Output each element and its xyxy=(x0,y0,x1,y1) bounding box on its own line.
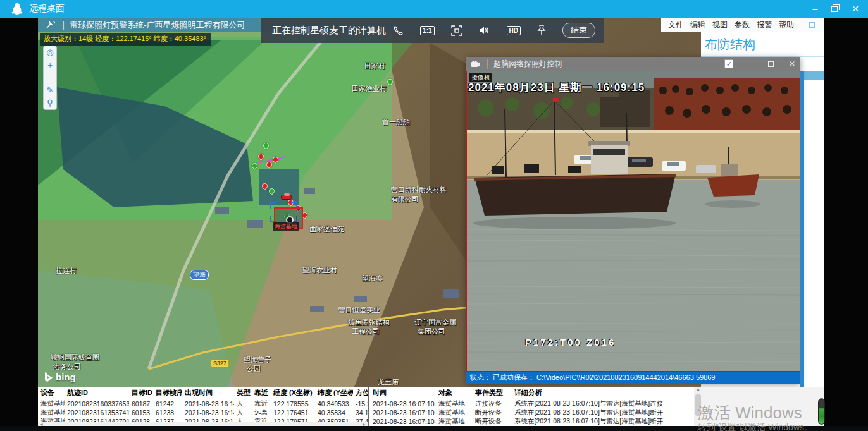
table-cell: 2021-08-23 16:14:50 xyxy=(182,408,234,417)
table-row[interactable]: 海蜇基地2021082316135374105260153612382021-0… xyxy=(38,408,369,417)
map-place-label: 曲家堡佳苑 xyxy=(309,224,344,234)
column-header[interactable]: 纬度 (Y坐标) xyxy=(315,387,353,399)
activate-windows-watermark: 激活 Windows xyxy=(698,402,802,424)
column-header[interactable]: 靠近 xyxy=(252,387,271,399)
drop-pin-icon[interactable]: ⚲ xyxy=(45,99,55,107)
table-cell: 2021-08-23 16:07:10 xyxy=(370,408,436,417)
ratio-1-1-icon[interactable]: 1:1 xyxy=(420,26,434,35)
column-header[interactable]: 类型 xyxy=(234,387,252,399)
map-place-label: 望海营子 xyxy=(244,355,271,365)
menu-item-0[interactable]: 文件 xyxy=(668,20,683,30)
table-cell: 海蜇基地 xyxy=(38,399,65,409)
column-header[interactable]: 对象 xyxy=(436,387,473,399)
camera-titlebar-separator: | xyxy=(486,58,488,70)
camera-titlebar[interactable]: | 超脑网络探照灯控制 ✓ – ✕ xyxy=(466,57,800,71)
camera-status-bar: 状态： 已成功保存： C:\Video\PIC\\R02\20210823160… xyxy=(466,372,800,384)
town-badge: 望海 xyxy=(190,270,209,280)
column-header[interactable]: 方位角 xyxy=(353,387,369,399)
track-table[interactable]: 设备航迹ID目标ID目标帧序号出现时间类型靠近经度 (X坐标)纬度 (Y坐标)方… xyxy=(38,387,369,426)
menu-item-2[interactable]: 视图 xyxy=(712,20,728,30)
table-cell: 2021-08-23 16:07:10 xyxy=(370,417,436,426)
column-header[interactable]: 经度 (X坐标) xyxy=(271,387,315,399)
table-cell: 122.176451 xyxy=(271,408,315,417)
map-place-label: 望海寨 xyxy=(362,274,383,283)
map-place-label: 鲅鱼圈钢结构 xyxy=(348,318,390,327)
pin-icon[interactable] xyxy=(537,25,546,36)
panel-scrollbar[interactable] xyxy=(800,71,804,387)
table-cell: 系统在[2021-08-23 16:07:10]与雷达[海蜇基地]断开 xyxy=(512,417,694,426)
table-cell: 20210823160337653039 xyxy=(65,399,129,409)
menu-item-1[interactable]: 编辑 xyxy=(690,20,705,30)
map-place-label: 田家渔业村 xyxy=(352,84,387,94)
table-splitter[interactable] xyxy=(368,387,369,427)
column-header[interactable]: 目标ID xyxy=(129,387,153,399)
scroll-up-icon[interactable]: ▲ xyxy=(694,387,702,391)
zoom-in-icon[interactable]: ＋ xyxy=(45,61,55,70)
hd-icon[interactable]: HD xyxy=(507,26,521,35)
zoom-out-icon[interactable]: － xyxy=(45,73,55,82)
map-place-label: 首一船舶 xyxy=(382,118,410,127)
table-cell: 断开设备 xyxy=(473,417,512,426)
table-cell: 2021-08-23 16:07:10 xyxy=(370,399,436,409)
data-tables-area: 设备航迹ID目标ID目标帧序号出现时间类型靠近经度 (X坐标)纬度 (Y坐标)方… xyxy=(38,387,702,427)
camera-restore-icon[interactable] xyxy=(768,61,774,67)
column-header[interactable]: 时间 xyxy=(370,387,436,399)
table-cell: 60153 xyxy=(129,408,153,417)
fullscreen-icon[interactable] xyxy=(451,25,462,36)
column-header[interactable]: 事件类型 xyxy=(473,387,512,399)
table-cell: 远离 xyxy=(252,408,271,417)
table-cell: 人 xyxy=(234,399,252,409)
volume-icon[interactable] xyxy=(479,25,490,35)
desktop-restore-icon[interactable] xyxy=(831,6,838,12)
camera-icon xyxy=(471,61,481,68)
app-minimize-icon[interactable]: – xyxy=(794,20,798,29)
panel-title: 布防结构 xyxy=(701,32,824,57)
map-toolbar: ◎ ＋ － ✎ ⚲ xyxy=(43,46,57,110)
locate-icon[interactable]: ◎ xyxy=(45,48,55,57)
end-session-button[interactable]: 结束 xyxy=(562,23,595,38)
app-restore-icon[interactable] xyxy=(809,22,815,28)
camera-video-feed[interactable]: 摄像机 2021年08月23日 星期一 16:09:15 P172:T00 Z0… xyxy=(466,71,800,372)
column-header[interactable]: 出现时间 xyxy=(182,387,234,399)
table-row[interactable]: 2021-08-23 16:07:10海蜇基地断开设备系统在[2021-08-2… xyxy=(370,408,694,417)
column-header[interactable]: 航迹ID xyxy=(65,387,129,399)
measure-icon[interactable]: ✎ xyxy=(45,86,55,95)
connection-signal-indicator xyxy=(818,398,825,425)
table-cell: 40.35834 xyxy=(315,408,353,417)
remote-status-text: 正在控制星硕麦工的计算机 xyxy=(272,25,386,37)
camera-checkbox[interactable]: ✓ xyxy=(724,59,733,68)
satellite-icon xyxy=(44,20,57,30)
desktop-close-icon[interactable]: ✕ xyxy=(852,4,859,14)
menu-item-4[interactable]: 报警 xyxy=(757,20,772,30)
table-row[interactable]: 2021-08-23 16:07:10海蜇基地断开设备系统在[2021-08-2… xyxy=(370,417,694,426)
camera-minimize-icon[interactable]: – xyxy=(748,59,753,68)
table-row[interactable]: 海蜇基地2021082316033765303960187612422021-0… xyxy=(38,399,369,409)
remote-desktop-titlebar[interactable]: 远程桌面 – ✕ xyxy=(0,0,868,18)
table-row[interactable]: 2021-08-23 16:07:10海蜇基地连接设备系统在[2021-08-2… xyxy=(370,399,694,409)
harbor-scene xyxy=(467,71,800,372)
desktop-minimize-icon[interactable]: – xyxy=(812,4,817,14)
table-cell: 60187 xyxy=(129,399,153,409)
table-cell: 20210823161353741052 xyxy=(65,408,129,417)
table-cell: 海蜇基地 xyxy=(38,408,65,417)
table-cell: 海蜇基地 xyxy=(436,408,473,417)
map-place-label: 龙王庙 xyxy=(378,377,399,387)
table-cell: 海蜇基地 xyxy=(436,417,473,426)
qq-penguin-icon xyxy=(11,3,23,15)
camera-close-icon[interactable]: ✕ xyxy=(789,59,795,68)
phone-icon[interactable] xyxy=(393,25,404,36)
right-letterbox xyxy=(824,18,868,431)
map-place-label: 工程公司 xyxy=(352,327,380,336)
event-table[interactable]: 时间对象事件类型详细分析2021-08-23 16:07:10海蜇基地连接设备系… xyxy=(370,387,694,426)
column-header[interactable]: 详细分析 xyxy=(512,387,694,399)
menu-item-5[interactable]: 帮助 xyxy=(779,20,794,30)
app-menu-bar: 文件编辑视图参数报警帮助 – ✕ xyxy=(661,18,824,32)
vehicle-marker xyxy=(281,195,292,200)
map-place-label: 公园 xyxy=(247,364,261,373)
panel-blue-bar xyxy=(802,71,824,80)
menu-item-3[interactable]: 参数 xyxy=(735,20,750,30)
column-header[interactable]: 目标帧序号 xyxy=(153,387,182,399)
table-cell: 靠近 xyxy=(252,399,271,409)
left-letterbox xyxy=(0,18,38,431)
column-header[interactable]: 设备 xyxy=(38,387,65,399)
